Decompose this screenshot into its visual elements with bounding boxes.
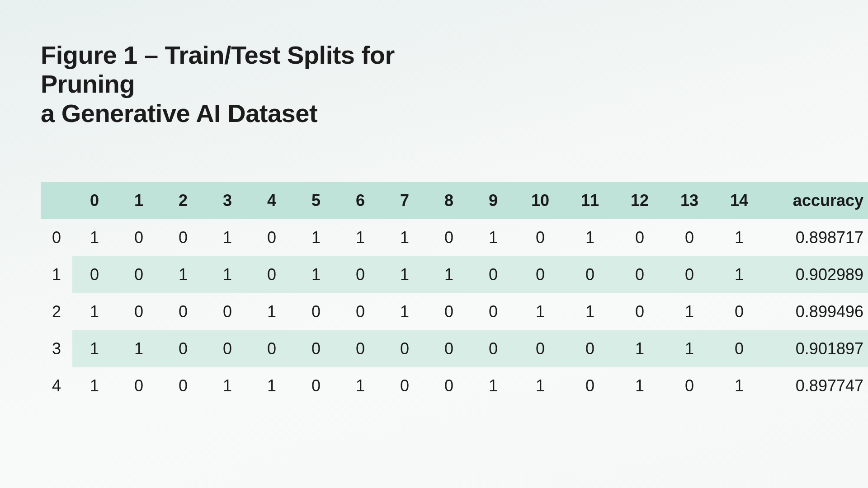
table-row: 0 1 0 0 1 0 1 1 1 0 1 0 1 0 0 1 0.898717 — [41, 219, 868, 256]
cell: 1 — [714, 367, 764, 404]
col-header-3: 3 — [205, 182, 250, 219]
cell: 0 — [665, 256, 714, 293]
table-row: 3 1 1 0 0 0 0 0 0 0 0 0 0 1 1 0 0.901897 — [41, 330, 868, 367]
col-header-10: 10 — [515, 182, 565, 219]
col-header-4: 4 — [250, 182, 294, 219]
table-row: 4 1 0 0 1 1 0 1 0 0 1 1 0 1 0 1 0.897747 — [41, 367, 868, 404]
cell: 0 — [161, 367, 205, 404]
cell: 1 — [665, 330, 714, 367]
cell: 0 — [250, 219, 294, 256]
col-header-12: 12 — [615, 182, 665, 219]
col-header-7: 7 — [382, 182, 427, 219]
accuracy-cell: 0.898717 — [764, 219, 868, 256]
cell: 0 — [714, 293, 764, 330]
cell: 0 — [427, 330, 471, 367]
cell: 1 — [382, 293, 427, 330]
cell: 0 — [615, 256, 665, 293]
cell: 0 — [665, 367, 714, 404]
cell: 1 — [250, 293, 294, 330]
cell: 0 — [565, 256, 615, 293]
row-index: 1 — [41, 256, 72, 293]
cell: 1 — [205, 256, 250, 293]
cell: 1 — [565, 219, 615, 256]
cell: 0 — [161, 330, 205, 367]
col-header-0: 0 — [72, 182, 117, 219]
cell: 0 — [294, 293, 338, 330]
cell: 1 — [565, 293, 615, 330]
cell: 1 — [72, 330, 117, 367]
col-header-accuracy: accuracy — [764, 182, 868, 219]
cell: 0 — [117, 367, 161, 404]
cell: 0 — [565, 367, 615, 404]
cell: 1 — [338, 367, 382, 404]
cell: 1 — [665, 293, 714, 330]
col-header-1: 1 — [117, 182, 161, 219]
col-header-2: 2 — [161, 182, 205, 219]
table-header-row: 0 1 2 3 4 5 6 7 8 9 10 11 12 13 14 accur… — [41, 182, 868, 219]
accuracy-cell: 0.901897 — [764, 330, 868, 367]
cell: 0 — [338, 330, 382, 367]
row-index: 3 — [41, 330, 72, 367]
col-header-6: 6 — [338, 182, 382, 219]
col-header-5: 5 — [294, 182, 338, 219]
cell: 0 — [161, 293, 205, 330]
cell: 1 — [515, 367, 565, 404]
figure-title: Figure 1 – Train/Test Splits for Pruning… — [41, 41, 493, 128]
cell: 0 — [427, 219, 471, 256]
cell: 0 — [515, 219, 565, 256]
cell: 0 — [565, 330, 615, 367]
cell: 1 — [338, 219, 382, 256]
row-index: 4 — [41, 367, 72, 404]
cell: 0 — [665, 219, 714, 256]
col-header-8: 8 — [427, 182, 471, 219]
cell: 0 — [338, 293, 382, 330]
cell: 0 — [515, 256, 565, 293]
cell: 1 — [382, 219, 427, 256]
cell: 0 — [714, 330, 764, 367]
title-line-2: a Generative AI Dataset — [41, 99, 317, 127]
row-index: 2 — [41, 293, 72, 330]
cell: 1 — [205, 367, 250, 404]
splits-table: 0 1 2 3 4 5 6 7 8 9 10 11 12 13 14 accur… — [41, 182, 868, 404]
accuracy-cell: 0.897747 — [764, 367, 868, 404]
cell: 0 — [117, 293, 161, 330]
cell: 0 — [382, 367, 427, 404]
cell: 0 — [471, 256, 515, 293]
cell: 0 — [515, 330, 565, 367]
cell: 0 — [615, 293, 665, 330]
cell: 1 — [427, 256, 471, 293]
cell: 0 — [205, 330, 250, 367]
cell: 0 — [427, 367, 471, 404]
cell: 1 — [714, 219, 764, 256]
cell: 1 — [72, 219, 117, 256]
row-index: 0 — [41, 219, 72, 256]
col-header-11: 11 — [565, 182, 615, 219]
cell: 1 — [294, 256, 338, 293]
title-line-1: Figure 1 – Train/Test Splits for Pruning — [41, 41, 395, 98]
cell: 0 — [471, 293, 515, 330]
cell: 0 — [250, 256, 294, 293]
cell: 0 — [205, 293, 250, 330]
cell: 1 — [294, 219, 338, 256]
col-header-9: 9 — [471, 182, 515, 219]
cell: 1 — [714, 256, 764, 293]
cell: 0 — [72, 256, 117, 293]
cell: 0 — [338, 256, 382, 293]
cell: 1 — [205, 219, 250, 256]
cell: 0 — [294, 367, 338, 404]
cell: 0 — [294, 330, 338, 367]
cell: 1 — [72, 293, 117, 330]
col-header-14: 14 — [714, 182, 764, 219]
cell: 1 — [515, 293, 565, 330]
cell: 1 — [471, 367, 515, 404]
figure-page: Figure 1 – Train/Test Splits for Pruning… — [0, 0, 868, 488]
table-row: 1 0 0 1 1 0 1 0 1 1 0 0 0 0 0 1 0.902989 — [41, 256, 868, 293]
table-row: 2 1 0 0 0 1 0 0 1 0 0 1 1 0 1 0 0.899496 — [41, 293, 868, 330]
cell: 0 — [615, 219, 665, 256]
cell: 0 — [161, 219, 205, 256]
cell: 1 — [615, 330, 665, 367]
cell: 0 — [117, 219, 161, 256]
cell: 1 — [382, 256, 427, 293]
cell: 1 — [72, 367, 117, 404]
cell: 1 — [161, 256, 205, 293]
